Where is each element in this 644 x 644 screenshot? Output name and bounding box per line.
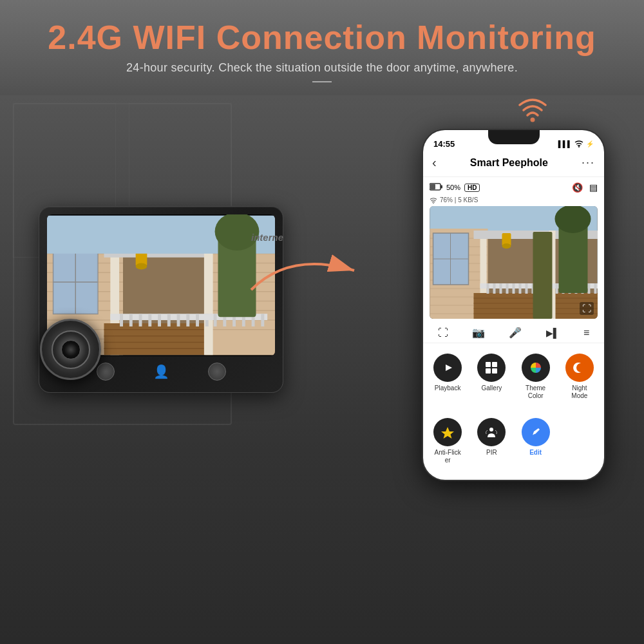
camera-feed: ⛶ [430, 206, 598, 319]
mic-btn[interactable]: 🎤 [509, 327, 522, 339]
gallery-label: Gallery [482, 384, 502, 392]
svg-rect-38 [139, 314, 142, 327]
svg-rect-34 [204, 247, 213, 355]
arrow-svg [238, 238, 380, 316]
phone-container: 14:55 ▌▌▌ ⚡ ‹ Smart Peephole ··· [422, 129, 605, 481]
svg-rect-95 [519, 283, 522, 294]
battery-status: ⚡ [586, 140, 594, 147]
device-button-right[interactable] [208, 363, 226, 381]
camera-lens-outer [40, 319, 101, 380]
svg-point-59 [531, 118, 535, 122]
feature-playback[interactable]: Playback [426, 348, 469, 405]
svg-rect-44 [196, 314, 199, 327]
person-icon: 👤 [153, 364, 169, 379]
feature-gallery[interactable]: Gallery [469, 348, 513, 405]
expand-icon[interactable]: ⛶ [580, 302, 594, 315]
status-time: 14:55 [433, 139, 455, 149]
playback-icon [433, 354, 462, 382]
night-mode-icon [565, 354, 594, 382]
svg-point-47 [136, 263, 147, 270]
camera-controls-bottom: ⛶ 📷 🎤 ▶▌ ≡ [423, 321, 604, 343]
feature-empty [558, 413, 601, 469]
svg-point-60 [578, 146, 580, 147]
svg-rect-112 [533, 232, 553, 319]
svg-rect-36 [120, 314, 123, 327]
svg-rect-49 [214, 314, 217, 327]
header: 2.4G WIFI Connection Monitoring 24-hour … [0, 0, 644, 95]
svg-rect-93 [506, 283, 509, 294]
features-grid-row1: Playback Gallery ThemeColor [423, 343, 604, 410]
arrow-container: interne [238, 238, 380, 316]
phone-frame: 14:55 ▌▌▌ ⚡ ‹ Smart Peephole ··· [422, 129, 605, 481]
svg-rect-91 [493, 283, 496, 294]
svg-rect-106 [588, 283, 591, 294]
svg-rect-42 [177, 314, 180, 327]
main-title: 2.4G WIFI Connection Monitoring [13, 19, 631, 56]
svg-point-109 [502, 243, 511, 249]
subtitle: 24-hour security. Check the situation ou… [13, 61, 631, 75]
battery-percent: 50% [446, 184, 460, 191]
svg-rect-63 [440, 185, 442, 189]
camera-top-icons: 🔇 ▤ [572, 182, 598, 193]
pir-label: PIR [486, 449, 497, 457]
status-icons: ▌▌▌ ⚡ [558, 140, 594, 149]
menu-btn[interactable]: ≡ [583, 327, 589, 339]
svg-rect-92 [500, 283, 502, 294]
svg-rect-96 [526, 283, 528, 294]
features-grid-row2: Anti-Flicker PIR Edit [423, 410, 604, 480]
phone-notch [488, 130, 540, 144]
camera-top-controls: 50% HD 🔇 ▤ [430, 182, 598, 193]
more-menu-button[interactable]: ··· [582, 156, 595, 169]
edit-icon [522, 418, 550, 446]
svg-rect-119 [492, 368, 497, 374]
svg-rect-118 [486, 368, 491, 374]
theme-color-icon [522, 354, 550, 382]
anti-flicker-label: Anti-Flicker [435, 449, 461, 464]
divider [312, 81, 332, 82]
svg-rect-43 [186, 314, 189, 327]
svg-rect-37 [129, 314, 133, 327]
feature-edit[interactable]: Edit [514, 413, 558, 469]
fullscreen-btn[interactable]: ⛶ [438, 327, 448, 339]
playback-label: Playback [435, 384, 461, 392]
cam-feed-scene [430, 206, 598, 319]
feature-anti-flicker[interactable]: Anti-Flicker [426, 413, 469, 469]
layout-icon[interactable]: ▤ [589, 182, 598, 193]
camera-view-section: 50% HD 🔇 ▤ 76% | 5 KB/S [423, 177, 604, 321]
screenshot-btn[interactable]: 📷 [472, 327, 485, 339]
svg-rect-101 [556, 283, 558, 294]
feature-night-mode[interactable]: NightMode [558, 348, 601, 405]
battery-hd-display: 50% HD [430, 183, 480, 192]
battery-icon [430, 183, 442, 192]
svg-rect-39 [148, 314, 151, 327]
internet-label: interne [251, 232, 283, 243]
feature-theme-color[interactable]: ThemeColor [514, 348, 558, 405]
app-title: Smart Peephole [470, 157, 548, 169]
pir-icon [477, 418, 506, 446]
mute-icon[interactable]: 🔇 [572, 182, 583, 193]
svg-rect-62 [430, 184, 435, 189]
back-button[interactable]: ‹ [432, 155, 437, 170]
theme-color-label: ThemeColor [526, 384, 545, 400]
svg-point-111 [555, 206, 591, 233]
signal-icon: ▌▌▌ [558, 140, 572, 147]
night-mode-label: NightMode [571, 384, 587, 400]
hd-badge: HD [464, 184, 480, 192]
anti-flicker-icon [433, 418, 462, 446]
wifi-speed-indicator: 76% | 5 KB/S [430, 196, 598, 204]
svg-rect-116 [486, 362, 491, 367]
svg-rect-117 [492, 362, 497, 367]
wifi-status-icon [574, 140, 583, 149]
wifi-above-phone [516, 93, 549, 125]
svg-point-125 [489, 428, 493, 431]
gallery-icon [477, 354, 506, 382]
app-bar: ‹ Smart Peephole ··· [423, 151, 604, 177]
feature-pir[interactable]: PIR [469, 413, 513, 469]
record-btn[interactable]: ▶▌ [546, 328, 560, 338]
wifi-icon-svg [516, 93, 549, 122]
svg-rect-40 [158, 314, 161, 327]
svg-rect-41 [167, 314, 171, 327]
svg-point-64 [433, 202, 434, 203]
svg-rect-90 [487, 283, 489, 294]
svg-rect-54 [261, 314, 264, 327]
